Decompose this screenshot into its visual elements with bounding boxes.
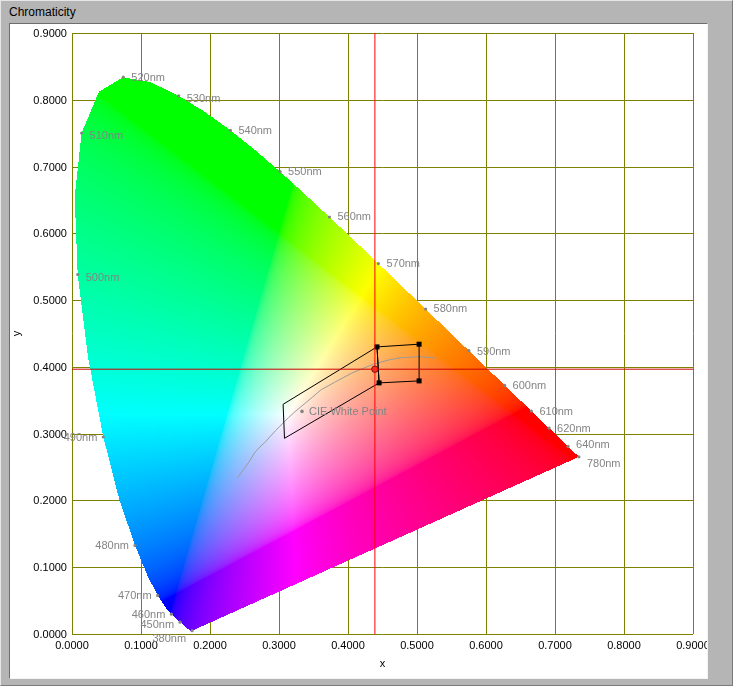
wavelength-label: 470nm [118,589,152,601]
x-tick-label: 0.5000 [400,639,434,651]
quad-corner-marker [377,380,382,385]
tolerance-quad-outer [283,347,379,438]
wavelength-label: 640nm [576,438,610,450]
y-tick-label: 0.2000 [33,494,67,506]
wavelength-tick-dot [530,409,533,412]
x-tick-label: 0.3000 [262,639,296,651]
window-titlebar: Chromaticity [1,1,732,23]
cie-white-point-label: CIE White Point [309,405,387,417]
wavelength-tick-dot [133,544,136,547]
wavelength-label: 560nm [337,210,371,222]
y-axis-title: y [10,330,22,336]
wavelength-label: 380nm [152,632,186,644]
y-tick-label: 0.3000 [33,428,67,440]
x-tick-label: 0.6000 [469,639,503,651]
wavelength-tick-dot [179,621,182,624]
y-tick-label: 0.0000 [33,628,67,640]
wavelength-tick-dot [80,131,83,134]
y-tick-label: 0.5000 [33,294,67,306]
wavelength-tick-dot [567,445,570,448]
x-tick-label: 0.8000 [607,639,641,651]
wavelength-label: 490nm [64,431,98,443]
y-tick-label: 0.4000 [33,361,67,373]
wavelength-label: 450nm [140,618,174,630]
x-tick-label: 0.4000 [331,639,365,651]
wavelength-label: 520nm [131,71,165,83]
wavelength-label: 510nm [90,129,124,141]
tolerance-quad-inner [377,344,419,383]
quad-corner-marker [417,342,422,347]
wavelength-tick-dot [503,384,506,387]
wavelength-label: 600nm [513,379,547,391]
wavelength-label: 540nm [238,124,272,136]
window-title: Chromaticity [9,5,76,19]
cie-white-point-marker [300,410,304,414]
measured-point [372,366,378,372]
x-tick-label: 0.0000 [55,639,89,651]
y-tick-label: 0.9000 [33,27,67,39]
wavelength-tick-dot [177,94,180,97]
wavelength-tick-dot [548,427,551,430]
wavelength-label: 590nm [477,345,511,357]
wavelength-tick-dot [577,455,580,458]
chart-overlay: 0.00000.10000.20000.30000.40000.50000.60… [10,24,707,678]
wavelength-tick-dot [170,613,173,616]
wavelength-tick-dot [424,308,427,311]
wavelength-label: 530nm [187,92,221,104]
wavelength-tick-dot [156,594,159,597]
wavelength-tick-dot [191,629,194,632]
y-tick-label: 0.6000 [33,227,67,239]
wavelength-tick-dot [377,262,380,265]
y-tick-label: 0.8000 [33,94,67,106]
y-tick-label: 0.7000 [33,161,67,173]
chromaticity-window: Chromaticity 0.00000.10000.20000.30000.4… [0,0,733,686]
wavelength-label: 550nm [288,165,322,177]
chart-panel: 0.00000.10000.20000.30000.40000.50000.60… [9,23,708,679]
wavelength-label: 620nm [557,422,591,434]
wavelength-label: 610nm [539,405,573,417]
x-axis-title: x [380,657,386,669]
wavelength-label: 570nm [386,257,420,269]
wavelength-label: 780nm [587,457,621,469]
wavelength-tick-dot [279,170,282,173]
wavelength-tick-dot [328,215,331,218]
wavelength-tick-dot [229,129,232,132]
x-tick-label: 0.2000 [193,639,227,651]
wavelength-tick-dot [122,76,125,79]
wavelength-label: 580nm [434,302,468,314]
quad-corner-marker [417,378,422,383]
x-tick-label: 0.7000 [538,639,572,651]
wavelength-tick-dot [467,349,470,352]
wavelength-tick-dot [102,435,105,438]
wavelength-label: 500nm [86,271,120,283]
y-tick-label: 0.1000 [33,561,67,573]
wavelength-label: 480nm [95,539,129,551]
wavelength-tick-dot [76,273,79,276]
x-tick-label: 0.9000 [676,639,707,651]
